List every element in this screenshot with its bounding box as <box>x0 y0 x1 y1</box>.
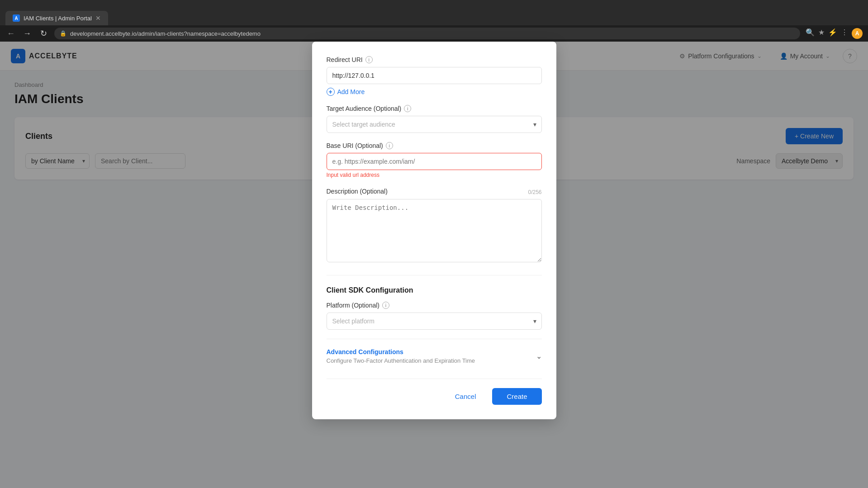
target-audience-label: Target Audience (Optional) i <box>327 105 542 112</box>
browser-actions: 🔍 ★ ⚡ ⋮ A <box>806 28 863 39</box>
menu-icon[interactable]: ⋮ <box>841 28 848 39</box>
redirect-uri-label: Redirect URI i <box>327 56 542 63</box>
platform-info-icon[interactable]: i <box>382 302 389 309</box>
browser-user-avatar[interactable]: A <box>852 28 863 39</box>
target-audience-select-wrap: Select target audience <box>327 116 542 133</box>
description-header: Description (Optional) 0/256 <box>327 187 542 195</box>
target-audience-select[interactable]: Select target audience <box>327 116 542 133</box>
plus-circle-icon: + <box>327 88 335 96</box>
browser-addressbar-row: ← → ↻ 🔒 development.accelbyte.io/admin/i… <box>0 25 868 42</box>
platform-select-wrap: Select platform <box>327 313 542 330</box>
browser-chrome: A IAM Clients | Admin Portal ✕ <box>0 0 868 25</box>
advanced-subtitle: Configure Two-Factor Authentication and … <box>327 357 475 364</box>
app: A ACCELBYTE ⚙ Platform Configurations ⌄ … <box>0 42 868 488</box>
create-button[interactable]: Create <box>492 388 541 405</box>
base-uri-info-icon[interactable]: i <box>386 142 393 149</box>
description-char-count: 0/256 <box>528 189 541 195</box>
base-uri-error: Input valid url address <box>327 172 542 178</box>
forward-button[interactable]: → <box>22 29 33 38</box>
advanced-header-text: Advanced Configurations Configure Two-Fa… <box>327 348 475 364</box>
add-more-button[interactable]: + Add More <box>327 88 542 96</box>
bookmark-icon[interactable]: ★ <box>818 28 825 39</box>
browser-tab-active[interactable]: A IAM Clients | Admin Portal ✕ <box>5 11 108 25</box>
base-uri-group: Base URI (Optional) i Input valid url ad… <box>327 142 542 178</box>
description-textarea[interactable] <box>327 199 542 262</box>
advanced-title: Advanced Configurations <box>327 348 475 355</box>
cancel-button[interactable]: Cancel <box>444 388 487 405</box>
back-button[interactable]: ← <box>5 29 16 38</box>
platform-label: Platform (Optional) i <box>327 302 542 309</box>
description-label: Description (Optional) <box>327 188 388 195</box>
tab-favicon: A <box>13 14 20 22</box>
address-text: development.accelbyte.io/admin/iam-clien… <box>70 30 261 37</box>
lock-icon: 🔒 <box>60 30 66 37</box>
section-divider <box>327 275 542 275</box>
platform-group: Platform (Optional) i Select platform <box>327 302 542 330</box>
modal: Redirect URI i + Add More Target Audienc… <box>312 42 556 419</box>
base-uri-label: Base URI (Optional) i <box>327 142 542 149</box>
browser-tabs: A IAM Clients | Admin Portal ✕ <box>5 0 108 25</box>
redirect-uri-info-icon[interactable]: i <box>365 56 373 63</box>
target-audience-group: Target Audience (Optional) i Select targ… <box>327 105 542 133</box>
reload-button[interactable]: ↻ <box>38 28 49 38</box>
sdk-section-title: Client SDK Configuration <box>327 286 542 294</box>
extension-icon[interactable]: ⚡ <box>828 28 837 39</box>
base-uri-input[interactable] <box>327 153 542 170</box>
modal-overlay: Redirect URI i + Add More Target Audienc… <box>0 42 868 488</box>
modal-footer: Cancel Create <box>327 379 542 405</box>
advanced-chevron-icon: ⌄ <box>536 352 542 360</box>
advanced-header[interactable]: Advanced Configurations Configure Two-Fa… <box>327 348 542 364</box>
tab-title: IAM Clients | Admin Portal <box>24 15 92 22</box>
description-group: Description (Optional) 0/256 <box>327 187 542 264</box>
redirect-uri-input[interactable] <box>327 67 542 84</box>
address-bar[interactable]: 🔒 development.accelbyte.io/admin/iam-cli… <box>54 28 800 39</box>
target-audience-info-icon[interactable]: i <box>404 105 411 112</box>
advanced-section: Advanced Configurations Configure Two-Fa… <box>327 339 542 364</box>
tab-close-icon[interactable]: ✕ <box>95 14 101 22</box>
redirect-uri-group: Redirect URI i + Add More <box>327 56 542 96</box>
platform-select[interactable]: Select platform <box>327 313 542 330</box>
zoom-icon[interactable]: 🔍 <box>806 28 815 39</box>
